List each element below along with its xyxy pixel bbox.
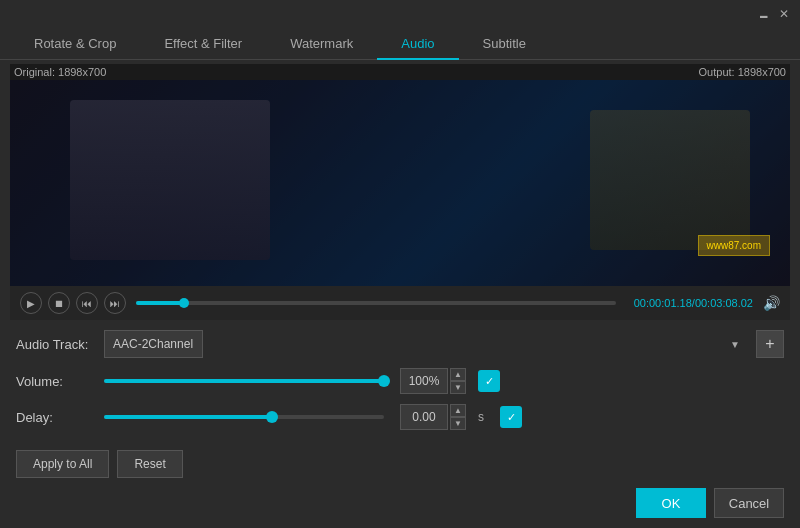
volume-input-group: 100% ▲ ▼	[400, 368, 466, 394]
play-button[interactable]: ▶	[20, 292, 42, 314]
tab-rotate-crop[interactable]: Rotate & Crop	[10, 28, 140, 59]
close-button[interactable]: ✕	[776, 6, 792, 22]
time-current: 00:00:01.18	[634, 297, 692, 309]
volume-row: Volume: 100% ▲ ▼ ✓	[16, 368, 784, 394]
select-arrow-icon: ▼	[730, 339, 740, 350]
audio-controls: Audio Track: AAC-2Channel ▼ + Volume: 10…	[0, 320, 800, 450]
minimize-button[interactable]: 🗕	[756, 6, 772, 22]
video-figure-2	[590, 110, 750, 250]
delay-label: Delay:	[16, 410, 96, 425]
tab-watermark[interactable]: Watermark	[266, 28, 377, 59]
delay-down-button[interactable]: ▼	[450, 417, 466, 430]
audio-track-row: Audio Track: AAC-2Channel ▼ +	[16, 330, 784, 358]
reset-button[interactable]: Reset	[117, 450, 182, 478]
time-total: 00:03:08.02	[695, 297, 753, 309]
time-display: 00:00:01.18/00:03:08.02	[634, 297, 753, 309]
title-bar: 🗕 ✕	[0, 0, 800, 28]
watermark-text: www87.com	[698, 235, 770, 256]
delay-input-group: 0.00 ▲ ▼	[400, 404, 466, 430]
volume-fill	[104, 379, 384, 383]
tab-effect-filter[interactable]: Effect & Filter	[140, 28, 266, 59]
audio-track-select-wrapper: AAC-2Channel ▼	[104, 330, 748, 358]
volume-thumb[interactable]	[378, 375, 390, 387]
delay-up-button[interactable]: ▲	[450, 404, 466, 417]
video-area: Original: 1898x700 Output: 1898x700 www8…	[10, 64, 790, 286]
delay-slider[interactable]	[104, 415, 384, 419]
delay-suffix: s	[478, 410, 484, 424]
action-buttons: Apply to All Reset	[0, 450, 800, 478]
progress-bar[interactable]	[136, 301, 616, 305]
delay-check-button[interactable]: ✓	[500, 406, 522, 428]
audio-track-label: Audio Track:	[16, 337, 96, 352]
prev-button[interactable]: ⏮	[76, 292, 98, 314]
stop-button[interactable]: ⏹	[48, 292, 70, 314]
tab-subtitle[interactable]: Subtitle	[459, 28, 550, 59]
delay-fill	[104, 415, 272, 419]
tab-bar: Rotate & Crop Effect & Filter Watermark …	[0, 28, 800, 60]
progress-thumb[interactable]	[179, 298, 189, 308]
output-label: Output: 1898x700	[699, 66, 786, 78]
footer: OK Cancel	[0, 478, 800, 528]
playback-controls: ▶ ⏹ ⏮ ⏭ 00:00:01.18/00:03:08.02 🔊	[10, 286, 790, 320]
video-placeholder: www87.com	[10, 80, 790, 286]
volume-label: Volume:	[16, 374, 96, 389]
volume-icon[interactable]: 🔊	[763, 295, 780, 311]
tab-audio[interactable]: Audio	[377, 28, 458, 59]
ok-button[interactable]: OK	[636, 488, 706, 518]
cancel-button[interactable]: Cancel	[714, 488, 784, 518]
main-window: 🗕 ✕ Rotate & Crop Effect & Filter Waterm…	[0, 0, 800, 528]
delay-row: Delay: 0.00 ▲ ▼ s ✓	[16, 404, 784, 430]
apply-to-all-button[interactable]: Apply to All	[16, 450, 109, 478]
volume-slider[interactable]	[104, 379, 384, 383]
delay-value: 0.00	[400, 404, 448, 430]
video-labels: Original: 1898x700 Output: 1898x700	[10, 64, 790, 80]
original-label: Original: 1898x700	[14, 66, 106, 78]
delay-spinners: ▲ ▼	[450, 404, 466, 430]
delay-thumb[interactable]	[266, 411, 278, 423]
add-track-button[interactable]: +	[756, 330, 784, 358]
video-figure-1	[70, 100, 270, 260]
progress-fill	[136, 301, 184, 305]
volume-value: 100%	[400, 368, 448, 394]
volume-spinners: ▲ ▼	[450, 368, 466, 394]
volume-down-button[interactable]: ▼	[450, 381, 466, 394]
video-preview: www87.com	[10, 80, 790, 286]
next-button[interactable]: ⏭	[104, 292, 126, 314]
volume-check-button[interactable]: ✓	[478, 370, 500, 392]
audio-track-select[interactable]: AAC-2Channel	[104, 330, 203, 358]
volume-up-button[interactable]: ▲	[450, 368, 466, 381]
